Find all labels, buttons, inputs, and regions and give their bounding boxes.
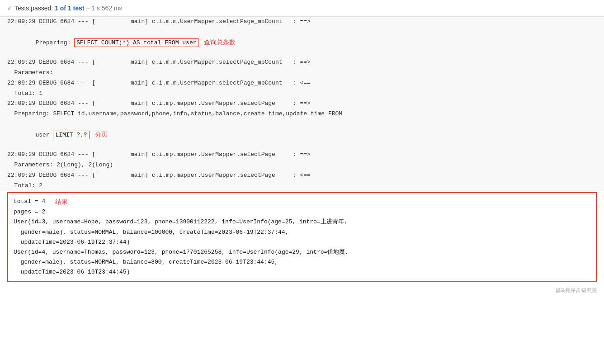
result-user3-line2: gender=male), status=NORMAL, balance=100… (14, 227, 590, 237)
result-user3-line3: updateTime=2023-06-19T22:37:44) (14, 237, 590, 247)
log-line: 22:09:29 DEBUG 6684 --- [ main] c.i.m.m.… (0, 17, 604, 27)
log-line: 22:09:29 DEBUG 6684 --- [ main] c.i.mp.m… (0, 150, 604, 160)
tests-passed-text: Tests passed: (14, 5, 53, 12)
log-parameters: Parameters: (0, 68, 604, 78)
log-parameters-2: Parameters: 2(Long), 2(Long) (0, 160, 604, 170)
result-total: total = 4 (14, 197, 45, 207)
tests-time: 1 s 562 ms (91, 5, 122, 12)
log-area: 22:09:29 DEBUG 6684 --- [ main] c.i.m.m.… (0, 17, 604, 191)
result-user4-line3: updateTime=2023-06-19T23:44:45) (14, 267, 590, 277)
tests-banner: ✓ Tests passed: 1 of 1 test – 1 s 562 ms (0, 0, 604, 17)
main-container: ✓ Tests passed: 1 of 1 test – 1 s 562 ms… (0, 0, 604, 364)
result-user4-line1: User(id=4, username=Thomas, password=123… (14, 247, 590, 257)
log-line: 22:09:29 DEBUG 6684 --- [ main] c.i.m.m.… (0, 57, 604, 68)
log-total-2: Total: 2 (0, 181, 604, 191)
watermark: 黑马程序员·研究院 (0, 285, 604, 296)
preparing-prefix: Preparing: (28, 39, 74, 46)
log-preparing-page: user LIMIT ?,?分页 (0, 119, 604, 150)
check-icon: ✓ (7, 4, 12, 13)
tests-label: Tests passed: 1 of 1 test – 1 s 562 ms (14, 5, 123, 12)
sql-count-box: SELECT COUNT(*) AS total FROM user (74, 38, 198, 47)
log-preparing-count: Preparing: SELECT COUNT(*) AS total FROM… (0, 27, 604, 57)
log-line: 22:09:29 DEBUG 6684 --- [ main] c.i.mp.m… (0, 99, 604, 109)
result-pages: pages = 2 (14, 207, 590, 217)
log-line: 22:09:29 DEBUG 6684 --- [ main] c.i.m.m.… (0, 78, 604, 89)
tests-count: 1 of 1 test (55, 5, 84, 12)
preparing-page-prefix: user (28, 132, 53, 138)
result-header: total = 4 结果 (14, 197, 590, 208)
sql-limit-box: LIMIT ?,? (53, 131, 89, 139)
result-user4-line2: gender=male), status=NORMAL, balance=800… (14, 257, 590, 267)
result-section: total = 4 结果 pages = 2 User(id=3, userna… (7, 192, 597, 282)
log-line: 22:09:29 DEBUG 6684 --- [ main] c.i.mp.m… (0, 170, 604, 181)
result-user3-line1: User(id=3, username=Hope, password=123, … (14, 217, 590, 227)
tests-separator: – (86, 5, 91, 12)
annotation-result: 结果 (55, 197, 68, 208)
log-total-1: Total: 1 (0, 89, 604, 99)
annotation-query-total: 查询总条数 (204, 38, 236, 46)
log-preparing-select: Preparing: SELECT id,username,password,p… (0, 109, 604, 119)
annotation-pagination: 分页 (95, 131, 108, 138)
